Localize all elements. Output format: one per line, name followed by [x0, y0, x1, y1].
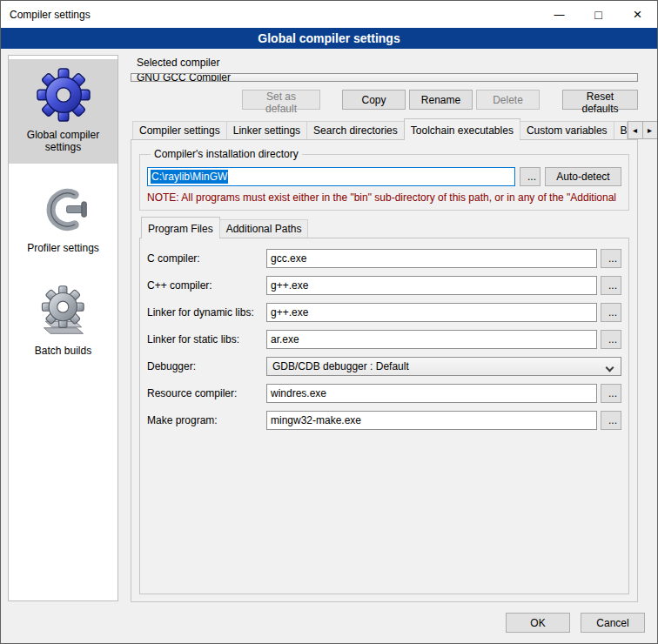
tab-scroll-buttons: ◂ ▸: [628, 121, 658, 139]
field-label: Linker for dynamic libs:: [147, 306, 266, 319]
browse-dynamic-linker-button[interactable]: ...: [601, 303, 621, 322]
settings-category-list: Global compiler settings Profiler settin…: [8, 55, 118, 601]
cpp-compiler-input[interactable]: [266, 276, 597, 295]
field-row-static-linker: Linker for static libs: ...: [147, 330, 621, 349]
field-row-make-program: Make program: ...: [147, 411, 621, 430]
compiler-settings-dialog: Compiler settings — □ × Global compiler …: [0, 0, 658, 644]
gear-blue-icon: [37, 68, 91, 122]
dialog-footer: OK Cancel: [1, 602, 657, 643]
sidebar-item-label: Profiler settings: [27, 242, 99, 254]
browse-cpp-compiler-button[interactable]: ...: [601, 276, 621, 295]
debugger-select[interactable]: GDB/CDB debugger : Default: [266, 357, 621, 376]
sidebar-item-profiler-settings[interactable]: Profiler settings: [9, 176, 118, 265]
dynamic-linker-input[interactable]: [266, 303, 597, 322]
make-program-input[interactable]: [266, 411, 597, 430]
sidebar-item-label: Batch builds: [35, 345, 91, 357]
selected-compiler-label: Selected compiler: [137, 57, 638, 69]
scroll-right-icon: ▸: [648, 125, 652, 135]
sidebar-item-label: Global compiler settings: [11, 129, 115, 153]
scroll-left-icon: ◂: [633, 125, 637, 135]
program-tabs: Program Files Additional Paths: [139, 217, 629, 238]
chevron-down-icon: [622, 80, 631, 82]
tab-program-files[interactable]: Program Files: [141, 217, 220, 238]
toolchain-executables-page: Compiler's installation directory C:\ray…: [131, 139, 638, 602]
ok-button[interactable]: OK: [506, 613, 570, 633]
compiler-select-value: GNU GCC Compiler: [137, 73, 231, 82]
set-as-default-button[interactable]: Set as default: [242, 90, 320, 110]
banner-title: Global compiler settings: [1, 28, 657, 49]
installation-directory-row: C:\raylib\MinGW ... Auto-detect: [147, 167, 621, 186]
resource-compiler-input[interactable]: [266, 384, 597, 403]
note-text: NOTE: All programs must exist either in …: [147, 191, 621, 204]
field-row-resource-compiler: Resource compiler: ...: [147, 384, 621, 403]
tab-additional-paths[interactable]: Additional Paths: [219, 219, 309, 238]
static-linker-input[interactable]: [266, 330, 597, 349]
maximize-icon: □: [594, 8, 601, 22]
c-compiler-input[interactable]: [266, 249, 597, 268]
field-label: Linker for static libs:: [147, 333, 266, 345]
installation-directory-legend: Compiler's installation directory: [151, 148, 302, 160]
selected-path-text: C:\raylib\MinGW: [151, 170, 228, 184]
profiler-tool-icon: [38, 184, 89, 235]
window-title: Compiler settings: [1, 9, 91, 21]
tab-linker-settings[interactable]: Linker settings: [226, 121, 307, 139]
sidebar-item-batch-builds[interactable]: Batch builds: [9, 277, 118, 367]
browse-resource-compiler-button[interactable]: ...: [601, 384, 621, 403]
minimize-button[interactable]: —: [540, 1, 579, 28]
field-label: Make program:: [147, 414, 266, 426]
window-controls: — □ ×: [540, 1, 657, 28]
close-button[interactable]: ×: [618, 1, 657, 28]
tab-toolchain-executables[interactable]: Toolchain executables: [404, 118, 520, 140]
browse-directory-button[interactable]: ...: [520, 167, 540, 186]
tab-custom-variables[interactable]: Custom variables: [520, 121, 614, 139]
browse-make-program-button[interactable]: ...: [601, 411, 621, 430]
tab-build-options-truncated[interactable]: Buil: [614, 121, 628, 139]
chevron-down-icon: [606, 364, 614, 372]
minimize-icon: —: [554, 9, 565, 21]
maximize-button[interactable]: □: [579, 1, 618, 28]
rename-button[interactable]: Rename: [409, 90, 473, 110]
field-label: C compiler:: [147, 252, 266, 265]
browse-c-compiler-button[interactable]: ...: [601, 249, 621, 268]
browse-static-linker-button[interactable]: ...: [601, 330, 621, 349]
installation-directory-group: Compiler's installation directory C:\ray…: [139, 148, 629, 211]
batch-builds-icon: [37, 285, 90, 338]
debugger-select-value: GDB/CDB debugger : Default: [272, 360, 409, 372]
cancel-button[interactable]: Cancel: [581, 613, 645, 633]
field-label: Resource compiler:: [147, 387, 266, 399]
field-label: C++ compiler:: [147, 279, 266, 292]
settings-content: Selected compiler GNU GCC Compiler Set a…: [131, 55, 648, 602]
tab-compiler-settings[interactable]: Compiler settings: [132, 121, 227, 139]
tab-scroll-right-button[interactable]: ▸: [642, 121, 658, 139]
program-files-page: C compiler: ... C++ compiler: ... Linker…: [139, 238, 629, 594]
sidebar-item-global-compiler-settings[interactable]: Global compiler settings: [9, 59, 118, 164]
copy-button[interactable]: Copy: [342, 90, 406, 110]
field-row-dynamic-linker: Linker for dynamic libs: ...: [147, 303, 621, 322]
field-row-cpp-compiler: C++ compiler: ...: [147, 276, 621, 295]
compiler-tabs: Compiler settings Linker settings Search…: [131, 118, 638, 139]
field-row-debugger: Debugger: GDB/CDB debugger : Default: [147, 357, 621, 376]
reset-defaults-button[interactable]: Reset defaults: [562, 90, 638, 110]
titlebar: Compiler settings — □ ×: [1, 1, 657, 28]
compiler-select[interactable]: GNU GCC Compiler: [131, 73, 638, 82]
auto-detect-button[interactable]: Auto-detect: [545, 167, 621, 186]
field-label: Debugger:: [147, 360, 266, 372]
main-area: Global compiler settings Profiler settin…: [1, 49, 657, 602]
tab-search-directories[interactable]: Search directories: [306, 121, 405, 139]
field-row-c-compiler: C compiler: ...: [147, 249, 621, 268]
close-icon: ×: [634, 6, 642, 23]
delete-button[interactable]: Delete: [476, 90, 540, 110]
tab-scroll-left-button[interactable]: ◂: [628, 121, 643, 139]
compiler-buttons-row: Set as default Copy Rename Delete Reset …: [131, 90, 638, 110]
installation-directory-input[interactable]: C:\raylib\MinGW: [147, 167, 515, 186]
